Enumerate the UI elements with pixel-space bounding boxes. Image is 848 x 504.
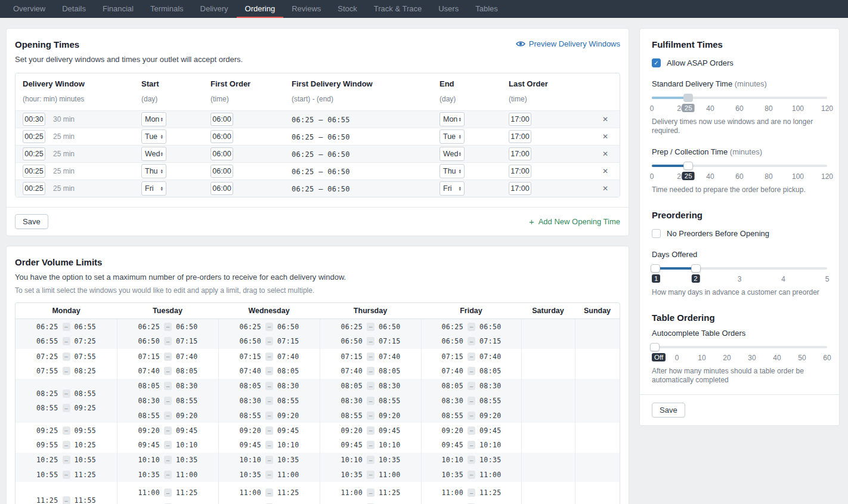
save-opening-times-button[interactable]: Save (15, 214, 48, 229)
time-window-chip[interactable]: 06:25–06:50 (239, 319, 299, 334)
tab-financial[interactable]: Financial (94, 0, 142, 18)
last-order-input[interactable] (509, 165, 531, 178)
remove-row-button[interactable]: ✕ (602, 167, 608, 175)
time-window-chip[interactable]: 07:15–07:40 (138, 349, 197, 364)
start-day-select[interactable]: Wed▲▼ (141, 147, 166, 161)
time-window-chip[interactable]: 08:55–09:20 (239, 408, 299, 423)
remove-row-button[interactable]: ✕ (602, 132, 608, 141)
time-window-chip[interactable]: 11:00–11:25 (138, 486, 197, 500)
time-window-chip[interactable]: 07:15–07:40 (441, 349, 501, 364)
autocomplete-table-orders-slider[interactable] (652, 343, 827, 351)
time-window-chip[interactable]: 06:25–06:50 (341, 319, 400, 334)
last-order-input[interactable] (509, 113, 531, 126)
delivery-window-input[interactable] (23, 130, 45, 143)
save-fulfilment-button[interactable]: Save (652, 403, 685, 418)
tab-tables[interactable]: Tables (467, 0, 506, 18)
tab-overview[interactable]: Overview (5, 0, 54, 18)
first-order-input[interactable] (211, 182, 233, 195)
first-order-input[interactable] (211, 147, 233, 160)
time-window-chip[interactable]: 06:50–07:15 (138, 334, 197, 349)
time-window-chip[interactable]: 08:55–09:20 (138, 408, 197, 423)
tab-track-trace[interactable]: Track & Trace (366, 0, 430, 18)
standard-delivery-time-slider[interactable] (652, 94, 827, 102)
time-window-chip[interactable]: 10:35–11:00 (239, 468, 299, 483)
time-window-chip[interactable]: 11:25–11:50 (341, 500, 400, 504)
slider-handle-from[interactable] (651, 264, 660, 273)
time-window-chip[interactable]: 10:10–10:35 (138, 453, 197, 468)
time-window-chip[interactable]: 10:25–10:55 (36, 453, 96, 468)
time-window-chip[interactable]: 08:05–08:30 (138, 379, 197, 394)
time-window-chip[interactable]: 06:25–06:50 (138, 319, 197, 334)
time-window-chip[interactable]: 11:25–11:50 (138, 500, 197, 504)
time-window-chip[interactable]: 07:40–08:05 (138, 364, 197, 379)
delivery-window-input[interactable] (23, 113, 45, 126)
time-window-chip[interactable]: 11:25–11:50 (441, 500, 501, 504)
first-order-input[interactable] (211, 113, 233, 126)
time-window-chip[interactable]: 07:40–08:05 (239, 364, 299, 379)
time-window-chip[interactable]: 10:35–11:00 (341, 468, 400, 483)
time-window-chip[interactable]: 09:20–09:45 (441, 423, 501, 438)
time-window-chip[interactable]: 08:30–08:55 (441, 394, 501, 409)
time-window-chip[interactable]: 11:00–11:25 (239, 486, 299, 500)
time-window-chip[interactable]: 08:05–08:30 (441, 379, 501, 394)
no-preorders-before-opening-checkbox[interactable]: No Preorders Before Opening (652, 229, 827, 238)
start-day-select[interactable]: Fri▲▼ (141, 181, 166, 196)
end-day-select[interactable]: Wed▲▼ (440, 147, 465, 161)
preview-delivery-windows-link[interactable]: Preview Delivery Windows (516, 39, 620, 48)
time-window-chip[interactable]: 08:30–08:55 (138, 394, 197, 409)
time-window-chip[interactable]: 08:05–08:30 (239, 379, 299, 394)
delivery-window-input[interactable] (23, 147, 45, 160)
tab-stock[interactable]: Stock (329, 0, 366, 18)
time-window-chip[interactable]: 08:30–08:55 (341, 394, 400, 409)
time-window-chip[interactable]: 06:50–07:15 (441, 334, 501, 349)
time-window-chip[interactable]: 06:25–06:55 (36, 319, 96, 334)
time-window-chip[interactable]: 09:25–09:55 (36, 423, 96, 438)
prep-collection-time-slider[interactable] (652, 162, 827, 170)
time-window-chip[interactable]: 07:15–07:40 (239, 349, 299, 364)
slider-handle[interactable] (650, 343, 660, 351)
tab-details[interactable]: Details (54, 0, 94, 18)
end-day-select[interactable]: Tue▲▼ (440, 129, 465, 144)
last-order-input[interactable] (509, 182, 531, 195)
add-opening-time-link[interactable]: + Add New Opening Time (529, 217, 620, 226)
start-day-select[interactable]: Mon▲▼ (141, 112, 166, 126)
time-window-chip[interactable]: 06:55–07:25 (36, 334, 96, 349)
slider-handle-to[interactable] (691, 264, 701, 273)
tab-users[interactable]: Users (430, 0, 467, 18)
last-order-input[interactable] (509, 147, 531, 160)
time-window-chip[interactable]: 09:45–10:10 (441, 438, 501, 453)
time-window-chip[interactable]: 07:15–07:40 (341, 349, 400, 364)
end-day-select[interactable]: Thu▲▼ (440, 164, 465, 178)
time-window-chip[interactable]: 08:55–09:20 (441, 408, 501, 423)
time-window-chip[interactable]: 10:10–10:35 (239, 453, 299, 468)
slider-handle[interactable] (683, 162, 693, 170)
time-window-chip[interactable]: 10:35–11:00 (441, 468, 501, 483)
time-window-chip[interactable]: 08:30–08:55 (239, 394, 299, 409)
time-window-chip[interactable]: 08:55–09:25 (36, 401, 96, 416)
tab-ordering[interactable]: Ordering (237, 0, 284, 18)
tab-terminals[interactable]: Terminals (142, 0, 192, 18)
time-window-chip[interactable]: 08:05–08:30 (341, 379, 400, 394)
time-window-chip[interactable]: 06:50–07:15 (239, 334, 299, 349)
time-window-chip[interactable]: 06:50–07:15 (341, 334, 400, 349)
time-window-chip[interactable]: 09:20–09:45 (138, 423, 197, 438)
last-order-input[interactable] (509, 130, 531, 143)
time-window-chip[interactable]: 09:55–10:25 (36, 438, 96, 453)
time-window-chip[interactable]: 11:00–11:25 (441, 486, 501, 500)
time-window-chip[interactable]: 07:40–08:05 (341, 364, 400, 379)
time-window-chip[interactable]: 10:35–11:00 (138, 468, 197, 483)
slider-handle[interactable] (683, 94, 693, 102)
remove-row-button[interactable]: ✕ (602, 184, 608, 193)
time-window-chip[interactable]: 09:45–10:10 (341, 438, 400, 453)
time-window-chip[interactable]: 10:10–10:35 (441, 453, 501, 468)
delivery-window-input[interactable] (23, 165, 45, 178)
end-day-select[interactable]: Fri▲▼ (440, 181, 465, 196)
remove-row-button[interactable]: ✕ (602, 150, 608, 158)
allow-asap-orders-checkbox[interactable]: ✓ Allow ASAP Orders (652, 58, 827, 67)
time-window-chip[interactable]: 10:10–10:35 (341, 453, 400, 468)
time-window-chip[interactable]: 09:20–09:45 (239, 423, 299, 438)
start-day-select[interactable]: Thu▲▼ (141, 164, 166, 178)
time-window-chip[interactable]: 09:20–09:45 (341, 423, 400, 438)
time-window-chip[interactable]: 08:25–08:55 (36, 386, 96, 401)
time-window-chip[interactable]: 07:25–07:55 (36, 349, 96, 364)
